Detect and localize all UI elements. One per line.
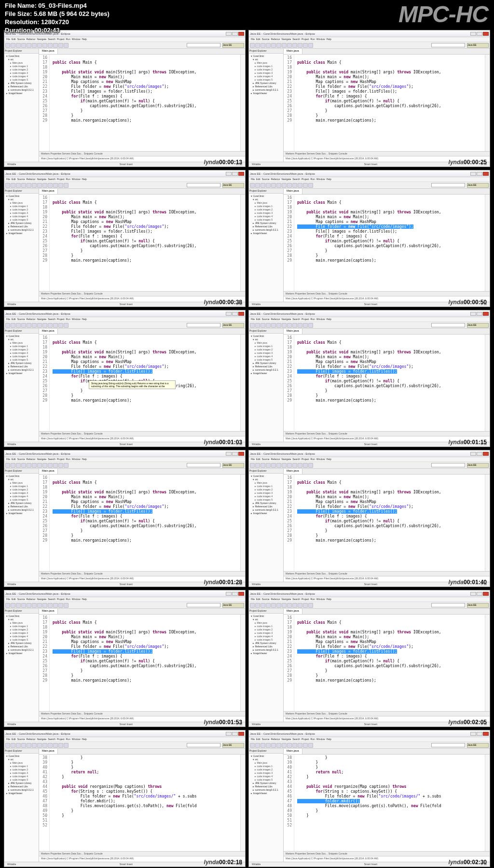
perspective-button[interactable]: Java EE xyxy=(467,463,489,468)
toolbar-icon[interactable] xyxy=(298,743,302,748)
tree-item[interactable]: ▸ JRE System Library xyxy=(250,782,282,785)
code-content[interactable]: public class Main { public static void m… xyxy=(50,475,240,571)
menu-item[interactable]: Help xyxy=(82,38,87,41)
menu-item[interactable]: Refactor xyxy=(271,318,280,321)
toolbar-icon[interactable] xyxy=(250,463,255,468)
menu-item[interactable]: Refactor xyxy=(271,38,280,41)
tree-item[interactable]: ▸ code.images 4 xyxy=(5,495,38,498)
code-editor[interactable]: 16 17 18 19 20 21 22 23 24 25 26 27 28 2… xyxy=(284,195,490,291)
menu-item[interactable]: Search xyxy=(48,738,55,741)
menu-item[interactable]: Navigate xyxy=(281,178,291,181)
toolbar-icon[interactable] xyxy=(21,743,26,748)
code-content[interactable]: } } } return null; } public void reorgan… xyxy=(294,755,485,851)
tree-item[interactable]: ▸ code.images 4 xyxy=(5,635,38,638)
toolbar-icon[interactable] xyxy=(32,323,37,328)
toolbar-icon[interactable] xyxy=(261,603,265,608)
menu-item[interactable]: Navigate xyxy=(281,458,291,461)
tree-item[interactable]: ▸ Referenced Libs xyxy=(250,365,282,368)
quick-access-input[interactable] xyxy=(431,43,465,47)
menu-item[interactable]: Run xyxy=(66,178,70,181)
tree-item[interactable]: ▸ commons-lang3-3.2.1 xyxy=(250,788,282,792)
tree-item[interactable]: ▸ code.images 3 xyxy=(250,631,282,635)
menu-item[interactable]: Window xyxy=(316,458,325,461)
menu-item[interactable]: Window xyxy=(72,458,81,461)
tree-item[interactable]: ▸ code.images 4 xyxy=(250,215,282,218)
tree-item[interactable]: ▸ Main.java xyxy=(5,621,38,625)
menu-item[interactable]: Run xyxy=(311,38,315,41)
maximize-button[interactable] xyxy=(232,312,238,316)
tree-item[interactable]: ▸ code.images 4 xyxy=(5,75,38,78)
quick-access-input[interactable] xyxy=(187,603,220,607)
tree-item[interactable]: ▸ ImageViewer xyxy=(250,792,282,795)
menu-item[interactable]: File xyxy=(6,318,10,321)
menu-item[interactable]: File xyxy=(6,458,10,461)
maximize-button[interactable] xyxy=(477,732,482,736)
menu-item[interactable]: Refactor xyxy=(27,38,36,41)
bottom-tabs[interactable]: Markers Properties Servers Data Sou... S… xyxy=(284,851,490,856)
perspective-button[interactable]: Java EE xyxy=(467,743,489,748)
tree-item[interactable]: ▸ code.images 3 xyxy=(250,771,282,775)
tree-item[interactable]: ▸ code.images 4 xyxy=(250,75,282,78)
quick-access-input[interactable] xyxy=(431,183,465,187)
editor-tab[interactable]: Main.java xyxy=(39,49,58,54)
tree-item[interactable]: ▸ code.images 5 xyxy=(5,498,38,502)
perspective-button[interactable]: Java EE xyxy=(222,323,244,328)
toolbar-icon[interactable] xyxy=(64,183,69,188)
toolbar-icon[interactable] xyxy=(5,603,10,608)
menu-item[interactable]: Window xyxy=(72,318,81,321)
toolbar-icon[interactable] xyxy=(292,463,297,468)
bottom-tabs[interactable]: Markers Properties Servers Data Sou... S… xyxy=(39,571,245,576)
toolbar-icon[interactable] xyxy=(32,463,37,468)
toolbar-icon[interactable] xyxy=(53,323,58,328)
close-button[interactable] xyxy=(238,732,244,736)
tree-item[interactable]: ▸ Referenced Libs xyxy=(5,785,38,788)
menu-item[interactable]: Window xyxy=(316,318,325,321)
toolbar-icon[interactable] xyxy=(271,183,276,188)
menu-item[interactable]: Edit xyxy=(256,38,261,41)
tree-item[interactable]: ▸ JRE System Library xyxy=(5,782,38,785)
tree-item[interactable]: ▸ ImageViewer xyxy=(250,232,282,235)
toolbar-icon[interactable] xyxy=(298,463,302,468)
bottom-tabs[interactable]: Markers Properties Servers Data Sou... S… xyxy=(39,851,245,856)
toolbar-icon[interactable] xyxy=(53,603,58,608)
tree-item[interactable]: ▸ code.images 3 xyxy=(5,631,38,635)
toolbar-icon[interactable] xyxy=(303,603,308,608)
code-editor[interactable]: 16 17 18 19 20 21 22 23 24 25 26 27 28 2… xyxy=(39,615,245,711)
tree-item[interactable]: ▸ code.images 2 xyxy=(5,348,38,351)
menu-item[interactable]: Run xyxy=(311,598,315,601)
toolbar-icon[interactable] xyxy=(255,323,260,328)
menu-item[interactable]: Search xyxy=(48,458,55,461)
tree-item[interactable]: ▾ src xyxy=(5,758,38,761)
tree-item[interactable]: ▸ Referenced Libs xyxy=(5,85,38,88)
video-thumbnail[interactable]: Java EE - CoreClinicStructures/Main.java… xyxy=(4,590,246,727)
tree-item[interactable]: ▸ Main.java xyxy=(5,341,38,345)
toolbar-icon[interactable] xyxy=(276,43,281,48)
tree-item[interactable]: ▾ src xyxy=(250,758,282,761)
toolbar-icon[interactable] xyxy=(16,183,21,188)
toolbar-icon[interactable] xyxy=(308,463,313,468)
toolbar-icon[interactable] xyxy=(42,323,47,328)
tree-item[interactable]: ▸ JRE System Library xyxy=(250,362,282,365)
menu-item[interactable]: Run xyxy=(66,738,70,741)
tree-item[interactable]: ▸ code.images 5 xyxy=(250,218,282,222)
bottom-tabs[interactable]: Markers Properties Servers Data Sou... S… xyxy=(39,431,245,436)
toolbar-icon[interactable] xyxy=(21,603,26,608)
toolbar-icon[interactable] xyxy=(250,183,255,188)
tree-item[interactable]: ▸ code.images 2 xyxy=(250,348,282,351)
code-editor[interactable]: 16 17 18 19 20 21 22 23 24 25 26 27 28 2… xyxy=(284,615,490,711)
tree-item[interactable]: ▸ ImageViewer xyxy=(250,512,282,515)
tree-item[interactable]: ▸ JRE System Library xyxy=(250,502,282,505)
toolbar-icon[interactable] xyxy=(53,183,58,188)
menu-item[interactable]: Refactor xyxy=(271,738,280,741)
toolbar-icon[interactable] xyxy=(42,183,47,188)
toolbar-icon[interactable] xyxy=(37,323,42,328)
toolbar-icon[interactable] xyxy=(37,743,42,748)
menu-item[interactable]: Help xyxy=(327,318,331,321)
bottom-tabs[interactable]: Markers Properties Servers Data Sou... S… xyxy=(39,151,245,156)
menu-item[interactable]: Run xyxy=(66,38,70,41)
toolbar-icon[interactable] xyxy=(58,323,63,328)
menu-item[interactable]: Window xyxy=(72,178,81,181)
code-editor[interactable]: 16 17 18 19 20 21 22 23 24 25 26 27 28 2… xyxy=(284,55,490,151)
toolbar-icon[interactable] xyxy=(11,183,15,188)
tree-item[interactable]: ▸ code.images 2 xyxy=(5,488,38,491)
